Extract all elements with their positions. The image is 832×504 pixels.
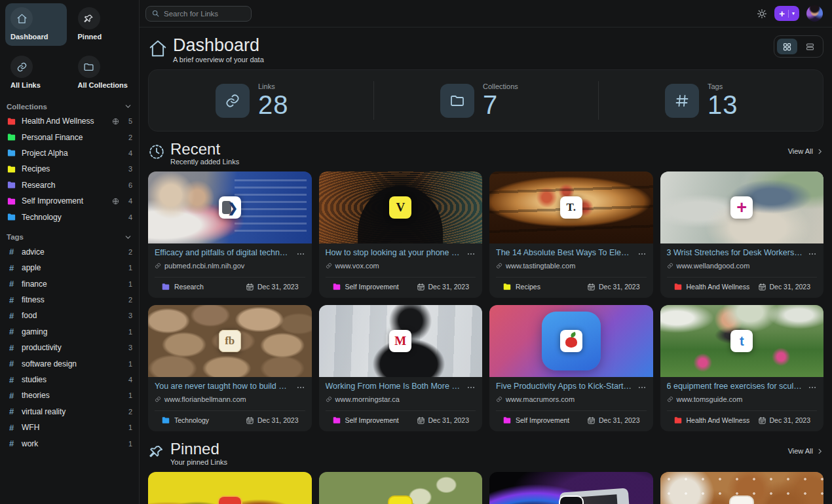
folder-icon bbox=[7, 164, 16, 174]
collection-item[interactable]: Technology 4 bbox=[5, 209, 134, 225]
site-logo-badge bbox=[560, 497, 582, 504]
more-options-button[interactable] bbox=[808, 382, 817, 393]
link-card[interactable]: Five Productivity Apps to Kick-Start the… bbox=[489, 305, 653, 431]
tag-item[interactable]: # work 1 bbox=[5, 435, 134, 451]
more-options-button[interactable] bbox=[296, 382, 305, 393]
stat-label: Links bbox=[258, 82, 307, 90]
section-title: Pinned bbox=[170, 441, 227, 458]
collection-folder-icon bbox=[161, 416, 170, 425]
link-card[interactable] bbox=[148, 472, 312, 504]
more-options-button[interactable] bbox=[296, 248, 305, 260]
collection-item[interactable]: Personal Finance 2 bbox=[5, 129, 134, 145]
collection-item[interactable]: Research 6 bbox=[5, 177, 134, 193]
tag-item[interactable]: # apple 1 bbox=[5, 260, 134, 276]
tag-count: 1 bbox=[128, 391, 132, 399]
tag-count: 2 bbox=[128, 248, 132, 256]
link-card[interactable]: ❯ Efficacy and pitfalls of digital techn… bbox=[148, 171, 312, 298]
tag-item[interactable]: # WFH 1 bbox=[5, 420, 134, 435]
clock-icon bbox=[148, 143, 165, 160]
link-date: Dec 31, 2023 bbox=[246, 283, 298, 291]
collection-item[interactable]: Project Alpha 4 bbox=[5, 145, 134, 161]
collection-chip[interactable]: Technology bbox=[174, 416, 209, 424]
link-thumbnail: ❯ bbox=[148, 171, 312, 243]
calendar-icon bbox=[758, 283, 766, 291]
tag-item[interactable]: # productivity 3 bbox=[5, 340, 134, 355]
grid-view-button[interactable] bbox=[777, 39, 797, 54]
hash-icon: # bbox=[7, 359, 16, 369]
tag-item[interactable]: # food 3 bbox=[5, 308, 134, 323]
link-card[interactable]: + 3 Wrist Stretches for Desk Workers to … bbox=[660, 171, 824, 298]
tag-count: 1 bbox=[128, 328, 132, 336]
theme-toggle-button[interactable] bbox=[757, 9, 767, 19]
collection-item[interactable]: Self Improvement 4 bbox=[5, 193, 134, 209]
home-icon bbox=[10, 7, 33, 29]
more-options-button[interactable] bbox=[637, 382, 647, 393]
avatar[interactable] bbox=[806, 5, 823, 22]
tag-item[interactable]: # gaming 1 bbox=[5, 324, 134, 340]
folder-icon bbox=[440, 84, 474, 118]
collection-chip[interactable]: Research bbox=[174, 283, 204, 291]
stat-label: Collections bbox=[483, 82, 531, 90]
list-view-button[interactable] bbox=[800, 39, 820, 54]
sidebar-item-dashboard[interactable]: Dashboard bbox=[5, 3, 67, 46]
link-card[interactable]: M Working From Home Is Both More and L..… bbox=[319, 305, 483, 431]
add-link-button[interactable]: + ▾ bbox=[774, 6, 799, 21]
calendar-icon bbox=[758, 416, 766, 425]
collection-chip[interactable]: Health And Wellness bbox=[687, 416, 750, 424]
tag-name: software design bbox=[22, 359, 77, 369]
chevron-down-icon[interactable] bbox=[124, 102, 132, 111]
sidebar-item-all-collections[interactable]: All Collections bbox=[73, 52, 134, 94]
section-subtitle: Recently added Links bbox=[170, 158, 239, 166]
plus-icon: + bbox=[779, 9, 785, 18]
sidebar-item-all-links[interactable]: All Links bbox=[5, 52, 67, 94]
tag-item[interactable]: # finance 1 bbox=[5, 276, 134, 292]
collection-chip[interactable]: Recipes bbox=[516, 283, 540, 291]
collection-chip[interactable]: Self Improvement bbox=[516, 416, 569, 424]
search-bar[interactable] bbox=[145, 6, 252, 22]
calendar-icon bbox=[587, 416, 596, 425]
stats-card: Links 28 Collections 7 bbox=[148, 69, 823, 132]
more-options-button[interactable] bbox=[466, 248, 476, 260]
collection-chip[interactable]: Self Improvement bbox=[345, 283, 399, 291]
more-options-button[interactable] bbox=[637, 248, 647, 260]
tag-item[interactable]: # studies 4 bbox=[5, 372, 134, 387]
link-card[interactable]: t 6 equipment free exercises for sculpti… bbox=[660, 305, 824, 431]
link-icon bbox=[326, 396, 332, 403]
globe-icon bbox=[112, 198, 119, 205]
link-card[interactable] bbox=[319, 472, 483, 504]
tag-item[interactable]: # theories 1 bbox=[5, 387, 134, 403]
tag-item[interactable]: # fitness 2 bbox=[5, 292, 134, 308]
tag-item[interactable]: # software design 1 bbox=[5, 355, 134, 371]
hash-icon: # bbox=[7, 247, 16, 257]
tag-count: 1 bbox=[128, 280, 132, 288]
link-card[interactable]: V How to stop looking at your phone - Vo… bbox=[319, 171, 483, 298]
recent-view-all-link[interactable]: View All bbox=[788, 147, 823, 155]
link-card[interactable]: fb You are never taught how to build qua… bbox=[148, 305, 312, 431]
collection-item[interactable]: Health And Wellness 5 bbox=[5, 113, 134, 129]
search-input[interactable] bbox=[164, 10, 246, 18]
stat-links: Links 28 bbox=[149, 70, 373, 131]
tag-item[interactable]: # virtual reality 2 bbox=[5, 404, 134, 420]
stat-tags: Tags 13 bbox=[598, 70, 823, 131]
link-card[interactable] bbox=[489, 472, 653, 504]
hash-icon: # bbox=[7, 263, 16, 273]
page-header: Dashboard A brief overview of your data bbox=[148, 35, 823, 63]
chevron-down-icon[interactable] bbox=[124, 233, 132, 242]
collection-chip[interactable]: Health And Wellness bbox=[687, 283, 750, 291]
collection-item[interactable]: Recipes 3 bbox=[5, 161, 134, 177]
link-card[interactable]: T. The 14 Absolute Best Ways To Elevate … bbox=[489, 171, 653, 298]
pinned-view-all-link[interactable]: View All bbox=[788, 447, 823, 455]
collections-list: Health And Wellness 5 Personal Finance 2… bbox=[5, 113, 134, 225]
sidebar-item-pinned[interactable]: Pinned bbox=[73, 3, 134, 46]
link-thumbnail: T. bbox=[489, 171, 653, 243]
link-card[interactable] bbox=[660, 472, 824, 504]
collection-count: 4 bbox=[128, 197, 132, 205]
tag-item[interactable]: # advice 2 bbox=[5, 244, 134, 260]
collection-chip[interactable]: Self Improvement bbox=[345, 416, 399, 424]
pinned-cards-grid bbox=[148, 472, 823, 504]
folder-icon bbox=[78, 56, 100, 78]
sidebar-nav: Dashboard Pinned All Links All Collectio… bbox=[5, 3, 134, 94]
more-options-button[interactable] bbox=[466, 382, 476, 393]
more-options-button[interactable] bbox=[808, 248, 817, 260]
link-date: Dec 31, 2023 bbox=[417, 416, 469, 425]
